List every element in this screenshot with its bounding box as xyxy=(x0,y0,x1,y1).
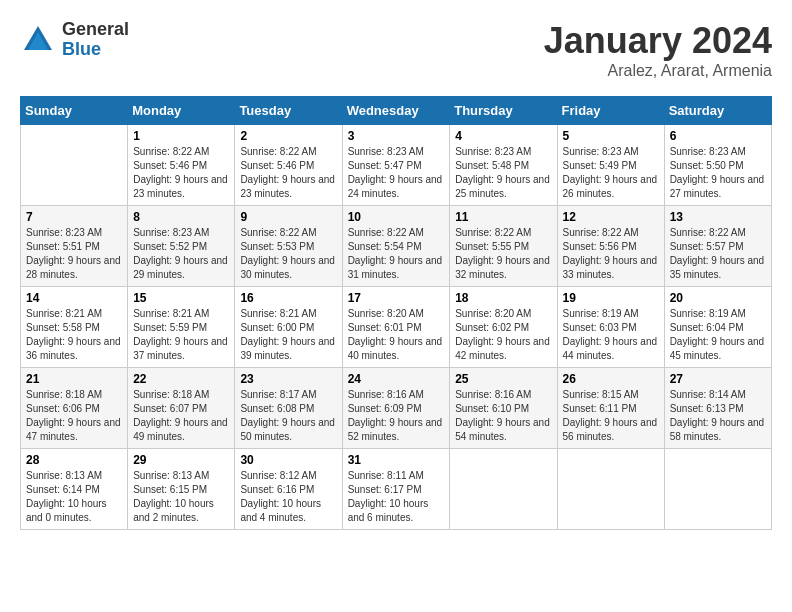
day-info: Sunrise: 8:22 AMSunset: 5:46 PMDaylight:… xyxy=(133,145,229,201)
day-number: 2 xyxy=(240,129,336,143)
calendar-title: January 2024 xyxy=(544,20,772,62)
day-info: Sunrise: 8:11 AMSunset: 6:17 PMDaylight:… xyxy=(348,469,445,525)
calendar-cell: 12Sunrise: 8:22 AMSunset: 5:56 PMDayligh… xyxy=(557,206,664,287)
day-number: 25 xyxy=(455,372,551,386)
day-number: 28 xyxy=(26,453,122,467)
day-info: Sunrise: 8:23 AMSunset: 5:51 PMDaylight:… xyxy=(26,226,122,282)
day-info: Sunrise: 8:23 AMSunset: 5:52 PMDaylight:… xyxy=(133,226,229,282)
day-info: Sunrise: 8:16 AMSunset: 6:10 PMDaylight:… xyxy=(455,388,551,444)
day-info: Sunrise: 8:15 AMSunset: 6:11 PMDaylight:… xyxy=(563,388,659,444)
logo-icon xyxy=(20,22,56,58)
calendar-week-row: 14Sunrise: 8:21 AMSunset: 5:58 PMDayligh… xyxy=(21,287,772,368)
day-info: Sunrise: 8:22 AMSunset: 5:55 PMDaylight:… xyxy=(455,226,551,282)
calendar-week-row: 21Sunrise: 8:18 AMSunset: 6:06 PMDayligh… xyxy=(21,368,772,449)
calendar-week-row: 28Sunrise: 8:13 AMSunset: 6:14 PMDayligh… xyxy=(21,449,772,530)
calendar-cell: 1Sunrise: 8:22 AMSunset: 5:46 PMDaylight… xyxy=(128,125,235,206)
title-area: January 2024 Aralez, Ararat, Armenia xyxy=(544,20,772,80)
day-number: 12 xyxy=(563,210,659,224)
calendar-cell: 27Sunrise: 8:14 AMSunset: 6:13 PMDayligh… xyxy=(664,368,771,449)
day-number: 30 xyxy=(240,453,336,467)
day-number: 6 xyxy=(670,129,766,143)
day-number: 4 xyxy=(455,129,551,143)
calendar-cell: 29Sunrise: 8:13 AMSunset: 6:15 PMDayligh… xyxy=(128,449,235,530)
calendar-week-row: 7Sunrise: 8:23 AMSunset: 5:51 PMDaylight… xyxy=(21,206,772,287)
calendar-cell: 18Sunrise: 8:20 AMSunset: 6:02 PMDayligh… xyxy=(450,287,557,368)
weekday-header-row: SundayMondayTuesdayWednesdayThursdayFrid… xyxy=(21,97,772,125)
calendar-cell: 25Sunrise: 8:16 AMSunset: 6:10 PMDayligh… xyxy=(450,368,557,449)
weekday-header: Friday xyxy=(557,97,664,125)
calendar-cell: 21Sunrise: 8:18 AMSunset: 6:06 PMDayligh… xyxy=(21,368,128,449)
calendar-cell: 31Sunrise: 8:11 AMSunset: 6:17 PMDayligh… xyxy=(342,449,450,530)
day-info: Sunrise: 8:23 AMSunset: 5:48 PMDaylight:… xyxy=(455,145,551,201)
day-number: 29 xyxy=(133,453,229,467)
day-number: 1 xyxy=(133,129,229,143)
day-number: 27 xyxy=(670,372,766,386)
day-info: Sunrise: 8:18 AMSunset: 6:06 PMDaylight:… xyxy=(26,388,122,444)
calendar-cell: 22Sunrise: 8:18 AMSunset: 6:07 PMDayligh… xyxy=(128,368,235,449)
day-info: Sunrise: 8:16 AMSunset: 6:09 PMDaylight:… xyxy=(348,388,445,444)
calendar-cell: 10Sunrise: 8:22 AMSunset: 5:54 PMDayligh… xyxy=(342,206,450,287)
day-info: Sunrise: 8:22 AMSunset: 5:53 PMDaylight:… xyxy=(240,226,336,282)
weekday-header: Monday xyxy=(128,97,235,125)
day-number: 5 xyxy=(563,129,659,143)
calendar-cell: 14Sunrise: 8:21 AMSunset: 5:58 PMDayligh… xyxy=(21,287,128,368)
calendar-cell: 20Sunrise: 8:19 AMSunset: 6:04 PMDayligh… xyxy=(664,287,771,368)
day-info: Sunrise: 8:23 AMSunset: 5:50 PMDaylight:… xyxy=(670,145,766,201)
calendar-cell: 19Sunrise: 8:19 AMSunset: 6:03 PMDayligh… xyxy=(557,287,664,368)
day-info: Sunrise: 8:19 AMSunset: 6:03 PMDaylight:… xyxy=(563,307,659,363)
day-number: 9 xyxy=(240,210,336,224)
day-number: 13 xyxy=(670,210,766,224)
day-number: 19 xyxy=(563,291,659,305)
day-info: Sunrise: 8:23 AMSunset: 5:47 PMDaylight:… xyxy=(348,145,445,201)
day-info: Sunrise: 8:13 AMSunset: 6:14 PMDaylight:… xyxy=(26,469,122,525)
day-number: 14 xyxy=(26,291,122,305)
calendar-cell: 13Sunrise: 8:22 AMSunset: 5:57 PMDayligh… xyxy=(664,206,771,287)
calendar-cell: 15Sunrise: 8:21 AMSunset: 5:59 PMDayligh… xyxy=(128,287,235,368)
logo-general: General xyxy=(62,20,129,40)
calendar-cell: 8Sunrise: 8:23 AMSunset: 5:52 PMDaylight… xyxy=(128,206,235,287)
weekday-header: Sunday xyxy=(21,97,128,125)
calendar-cell xyxy=(21,125,128,206)
day-info: Sunrise: 8:22 AMSunset: 5:56 PMDaylight:… xyxy=(563,226,659,282)
day-info: Sunrise: 8:14 AMSunset: 6:13 PMDaylight:… xyxy=(670,388,766,444)
day-number: 16 xyxy=(240,291,336,305)
calendar-cell xyxy=(450,449,557,530)
day-number: 7 xyxy=(26,210,122,224)
day-info: Sunrise: 8:20 AMSunset: 6:01 PMDaylight:… xyxy=(348,307,445,363)
day-number: 31 xyxy=(348,453,445,467)
calendar-cell: 17Sunrise: 8:20 AMSunset: 6:01 PMDayligh… xyxy=(342,287,450,368)
calendar-cell: 11Sunrise: 8:22 AMSunset: 5:55 PMDayligh… xyxy=(450,206,557,287)
weekday-header: Tuesday xyxy=(235,97,342,125)
calendar-table: SundayMondayTuesdayWednesdayThursdayFrid… xyxy=(20,96,772,530)
day-number: 23 xyxy=(240,372,336,386)
day-number: 8 xyxy=(133,210,229,224)
calendar-cell: 24Sunrise: 8:16 AMSunset: 6:09 PMDayligh… xyxy=(342,368,450,449)
day-number: 21 xyxy=(26,372,122,386)
day-info: Sunrise: 8:21 AMSunset: 5:59 PMDaylight:… xyxy=(133,307,229,363)
calendar-cell: 5Sunrise: 8:23 AMSunset: 5:49 PMDaylight… xyxy=(557,125,664,206)
day-info: Sunrise: 8:21 AMSunset: 5:58 PMDaylight:… xyxy=(26,307,122,363)
calendar-cell: 16Sunrise: 8:21 AMSunset: 6:00 PMDayligh… xyxy=(235,287,342,368)
day-info: Sunrise: 8:19 AMSunset: 6:04 PMDaylight:… xyxy=(670,307,766,363)
weekday-header: Thursday xyxy=(450,97,557,125)
day-info: Sunrise: 8:22 AMSunset: 5:46 PMDaylight:… xyxy=(240,145,336,201)
day-info: Sunrise: 8:18 AMSunset: 6:07 PMDaylight:… xyxy=(133,388,229,444)
day-number: 11 xyxy=(455,210,551,224)
day-info: Sunrise: 8:17 AMSunset: 6:08 PMDaylight:… xyxy=(240,388,336,444)
calendar-cell: 26Sunrise: 8:15 AMSunset: 6:11 PMDayligh… xyxy=(557,368,664,449)
day-number: 3 xyxy=(348,129,445,143)
calendar-cell: 7Sunrise: 8:23 AMSunset: 5:51 PMDaylight… xyxy=(21,206,128,287)
page-header: General Blue January 2024 Aralez, Ararat… xyxy=(20,20,772,80)
day-info: Sunrise: 8:13 AMSunset: 6:15 PMDaylight:… xyxy=(133,469,229,525)
day-number: 22 xyxy=(133,372,229,386)
calendar-cell: 28Sunrise: 8:13 AMSunset: 6:14 PMDayligh… xyxy=(21,449,128,530)
day-number: 24 xyxy=(348,372,445,386)
day-number: 17 xyxy=(348,291,445,305)
day-number: 18 xyxy=(455,291,551,305)
calendar-cell: 2Sunrise: 8:22 AMSunset: 5:46 PMDaylight… xyxy=(235,125,342,206)
calendar-cell xyxy=(557,449,664,530)
day-number: 15 xyxy=(133,291,229,305)
day-info: Sunrise: 8:12 AMSunset: 6:16 PMDaylight:… xyxy=(240,469,336,525)
day-info: Sunrise: 8:20 AMSunset: 6:02 PMDaylight:… xyxy=(455,307,551,363)
day-number: 10 xyxy=(348,210,445,224)
